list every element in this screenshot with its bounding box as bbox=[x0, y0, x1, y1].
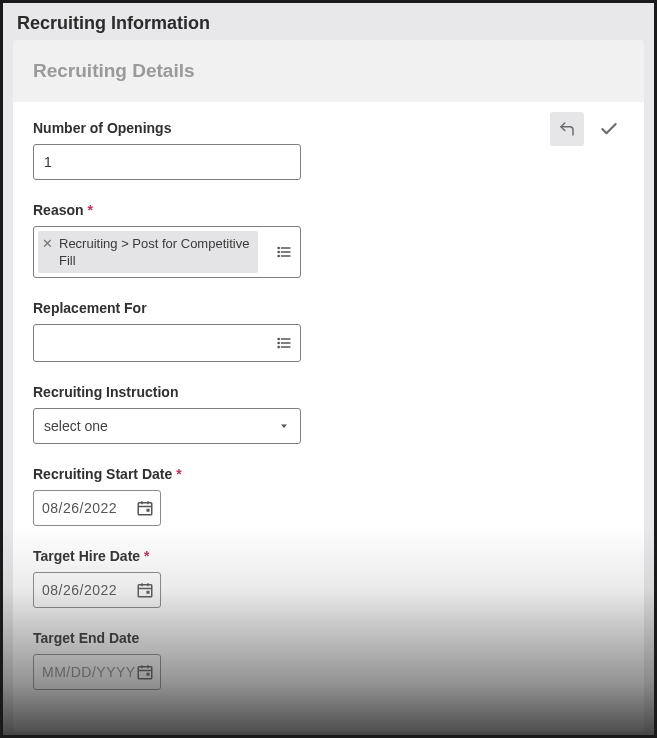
label-hire-date: Target Hire Date* bbox=[33, 548, 624, 564]
remove-chip-icon[interactable]: ✕ bbox=[42, 235, 53, 253]
label-replacement: Replacement For bbox=[33, 300, 624, 316]
openings-input[interactable] bbox=[33, 144, 301, 180]
required-indicator: * bbox=[88, 202, 93, 218]
section-title: Recruiting Details bbox=[33, 60, 624, 82]
svg-point-10 bbox=[278, 342, 279, 343]
form-panel: Recruiting Information Recruiting Detail… bbox=[0, 0, 657, 738]
label-reason: Reason* bbox=[33, 202, 624, 218]
svg-rect-13 bbox=[138, 503, 152, 515]
required-indicator: * bbox=[176, 466, 181, 482]
instruction-select[interactable]: select one bbox=[33, 408, 301, 444]
page-title: Recruiting Information bbox=[17, 13, 640, 34]
undo-icon bbox=[558, 120, 576, 138]
end-date-placeholder[interactable]: MM/DD/YYYY bbox=[42, 664, 130, 680]
section-header: Recruiting Details bbox=[13, 40, 644, 102]
svg-rect-27 bbox=[147, 673, 150, 676]
end-date-input[interactable]: MM/DD/YYYY bbox=[33, 654, 161, 690]
list-icon bbox=[276, 335, 292, 351]
hire-date-value[interactable]: 08/26/2022 bbox=[42, 582, 130, 598]
svg-point-5 bbox=[278, 255, 279, 256]
field-reason: Reason* ✕ Recruiting > Post for Competit… bbox=[33, 202, 624, 278]
svg-marker-12 bbox=[281, 425, 287, 429]
field-start-date: Recruiting Start Date* 08/26/2022 bbox=[33, 466, 624, 526]
svg-point-9 bbox=[278, 338, 279, 339]
check-icon bbox=[599, 119, 619, 139]
field-hire-date: Target Hire Date* 08/26/2022 bbox=[33, 548, 624, 608]
field-openings: Number of Openings bbox=[33, 120, 624, 180]
action-row bbox=[550, 112, 626, 146]
reason-list-button[interactable] bbox=[268, 227, 300, 277]
svg-point-11 bbox=[278, 346, 279, 347]
replacement-chip-area bbox=[34, 325, 268, 361]
hire-date-input[interactable]: 08/26/2022 bbox=[33, 572, 161, 608]
reason-combo[interactable]: ✕ Recruiting > Post for Competitive Fill bbox=[33, 226, 301, 278]
header-bar: Recruiting Information bbox=[3, 3, 654, 40]
reason-chip-text: Recruiting > Post for Competitive Fill bbox=[59, 235, 250, 269]
instruction-placeholder: select one bbox=[44, 418, 108, 434]
calendar-icon[interactable] bbox=[136, 663, 154, 681]
svg-rect-18 bbox=[138, 585, 152, 597]
label-start-date-text: Recruiting Start Date bbox=[33, 466, 172, 482]
replacement-list-button[interactable] bbox=[268, 325, 300, 361]
content-wrap: Recruiting Details Number of Openings bbox=[3, 40, 654, 738]
field-end-date: Target End Date MM/DD/YYYY bbox=[33, 630, 624, 690]
label-openings: Number of Openings bbox=[33, 120, 624, 136]
calendar-icon[interactable] bbox=[136, 581, 154, 599]
approve-button[interactable] bbox=[592, 112, 626, 146]
svg-rect-23 bbox=[138, 667, 152, 679]
replacement-combo[interactable] bbox=[33, 324, 301, 362]
form-body: Number of Openings Reason* ✕ Recruiting … bbox=[13, 102, 644, 732]
undo-button[interactable] bbox=[550, 112, 584, 146]
reason-chip: ✕ Recruiting > Post for Competitive Fill bbox=[38, 231, 258, 273]
svg-rect-17 bbox=[147, 509, 150, 512]
svg-point-3 bbox=[278, 247, 279, 248]
label-end-date: Target End Date bbox=[33, 630, 624, 646]
label-start-date: Recruiting Start Date* bbox=[33, 466, 624, 482]
reason-chip-area: ✕ Recruiting > Post for Competitive Fill bbox=[34, 227, 268, 277]
required-indicator: * bbox=[144, 548, 149, 564]
label-hire-date-text: Target Hire Date bbox=[33, 548, 140, 564]
field-replacement: Replacement For bbox=[33, 300, 624, 362]
start-date-value[interactable]: 08/26/2022 bbox=[42, 500, 130, 516]
field-instruction: Recruiting Instruction select one bbox=[33, 384, 624, 444]
chevron-down-icon bbox=[278, 420, 290, 432]
list-icon bbox=[276, 244, 292, 260]
start-date-input[interactable]: 08/26/2022 bbox=[33, 490, 161, 526]
svg-point-4 bbox=[278, 251, 279, 252]
svg-rect-22 bbox=[147, 591, 150, 594]
label-instruction: Recruiting Instruction bbox=[33, 384, 624, 400]
label-reason-text: Reason bbox=[33, 202, 84, 218]
calendar-icon[interactable] bbox=[136, 499, 154, 517]
